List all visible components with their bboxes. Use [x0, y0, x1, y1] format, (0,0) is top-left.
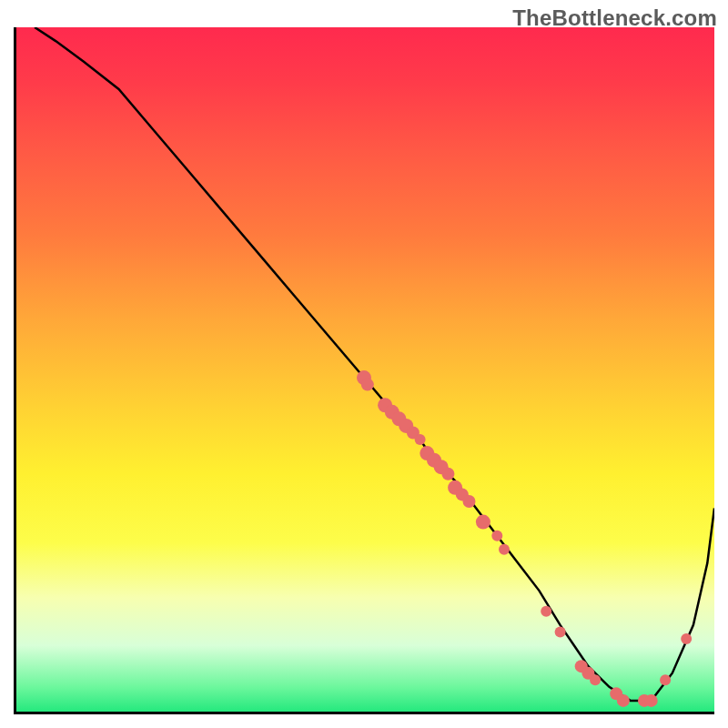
data-point-marker: [415, 434, 426, 445]
data-point-marker: [660, 674, 671, 685]
markers-group: [357, 370, 692, 707]
plot-area: [14, 27, 714, 714]
data-point-marker: [463, 495, 476, 508]
data-point-marker: [499, 544, 510, 555]
data-point-marker: [681, 633, 692, 644]
data-point-marker: [645, 694, 658, 707]
chart-svg: [14, 27, 714, 714]
data-point-marker: [476, 515, 490, 530]
chart-frame: TheBottleneck.com: [0, 0, 728, 728]
data-point-marker: [361, 379, 374, 391]
bottleneck-curve: [35, 27, 714, 701]
data-point-marker: [617, 694, 630, 707]
data-point-marker: [590, 674, 601, 685]
data-point-marker: [441, 468, 454, 480]
data-point-marker: [491, 531, 502, 541]
data-point-marker: [541, 606, 551, 617]
watermark-text: TheBottleneck.com: [512, 5, 717, 31]
data-point-marker: [555, 626, 566, 637]
